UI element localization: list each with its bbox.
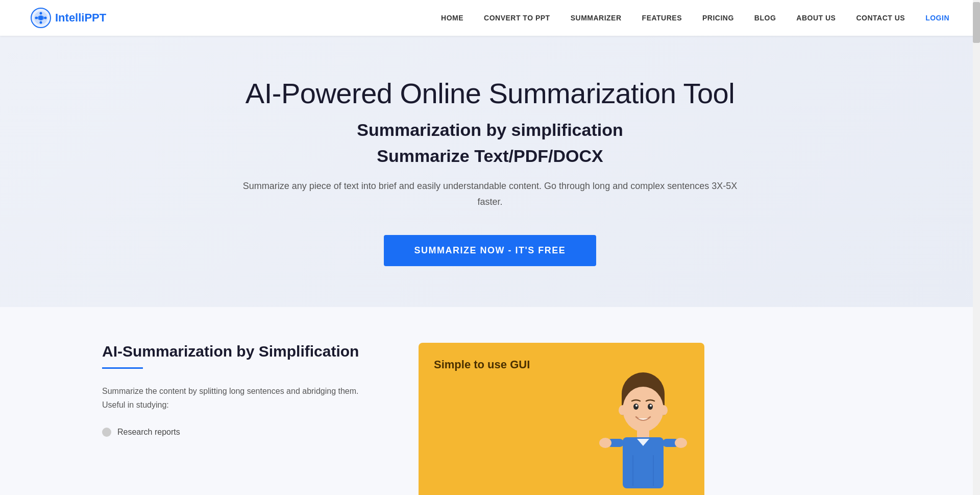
list-item-label: Research reports	[117, 428, 180, 437]
nav-item-home[interactable]: HOME	[441, 13, 463, 22]
hero-subtitle2: Summarize Text/PDF/DOCX	[377, 146, 603, 166]
features-text-block: AI-Summarization by Simplification Summa…	[102, 343, 368, 436]
cta-button[interactable]: SUMMARIZE NOW - IT'S FREE	[384, 235, 597, 266]
nav-item-pricing[interactable]: PRICING	[702, 13, 734, 22]
nav-link-features[interactable]: FEATURES	[642, 14, 682, 22]
hero-description: Summarize any piece of text into brief a…	[235, 178, 745, 209]
nav-item-blog[interactable]: BLOG	[754, 13, 776, 22]
features-section: AI-Summarization by Simplification Summa…	[0, 307, 980, 495]
hero-section: AI-Powered Online Summarization Tool Sum…	[0, 36, 980, 307]
nav-item-features[interactable]: FEATURES	[642, 13, 682, 22]
hero-subtitle1: Summarization by simplification	[357, 120, 623, 140]
nav-menu: HOME CONVERT TO PPT SUMMARIZER FEATURES …	[441, 13, 949, 22]
nav-link-home[interactable]: HOME	[441, 14, 463, 22]
svg-point-11	[648, 404, 653, 410]
svg-point-12	[635, 405, 638, 407]
nav-item-login[interactable]: LOGIN	[925, 13, 949, 22]
nav-link-login[interactable]: LOGIN	[925, 14, 949, 22]
illustration-title: Simple to use GUI	[434, 358, 530, 371]
brand-name: IntelliPPT	[55, 11, 106, 25]
features-title: AI-Summarization by Simplification	[102, 343, 368, 360]
scrollbar[interactable]	[973, 0, 980, 495]
svg-point-4	[40, 21, 42, 24]
scrollbar-thumb[interactable]	[973, 2, 980, 43]
nav-item-about[interactable]: ABOUT US	[796, 13, 836, 22]
svg-point-23	[675, 438, 687, 448]
nav-item-convert[interactable]: CONVERT TO PPT	[484, 13, 550, 22]
nav-link-contact[interactable]: CONTACT US	[856, 14, 905, 22]
list-item: Research reports	[102, 428, 368, 437]
nav-item-contact[interactable]: CONTACT US	[856, 13, 905, 22]
features-title-underline	[102, 367, 143, 369]
svg-point-2	[39, 16, 43, 20]
brand-logo-icon	[31, 8, 51, 28]
svg-point-14	[619, 405, 627, 415]
character-illustration	[592, 363, 694, 495]
nav-link-blog[interactable]: BLOG	[754, 14, 776, 22]
svg-point-9	[623, 387, 664, 432]
features-illustration: Simple to use GUI	[419, 343, 704, 495]
svg-point-6	[44, 17, 47, 19]
hero-title: AI-Powered Online Summarization Tool	[246, 77, 734, 110]
nav-link-pricing[interactable]: PRICING	[702, 14, 734, 22]
svg-point-13	[650, 405, 652, 407]
svg-point-22	[599, 438, 611, 448]
nav-link-summarizer[interactable]: SUMMARIZER	[571, 14, 622, 22]
features-description: Summarize the content by splitting long …	[102, 384, 368, 412]
features-list: Research reports	[102, 428, 368, 437]
nav-link-convert[interactable]: CONVERT TO PPT	[484, 14, 550, 22]
nav-link-about[interactable]: ABOUT US	[796, 14, 836, 22]
bullet-icon	[102, 428, 111, 437]
svg-point-15	[659, 405, 668, 415]
svg-point-10	[633, 404, 639, 410]
svg-point-3	[40, 12, 42, 15]
navbar: IntelliPPT HOME CONVERT TO PPT SUMMARIZE…	[0, 0, 980, 36]
svg-point-5	[35, 17, 38, 19]
nav-item-summarizer[interactable]: SUMMARIZER	[571, 13, 622, 22]
brand-logo-link[interactable]: IntelliPPT	[31, 8, 106, 28]
